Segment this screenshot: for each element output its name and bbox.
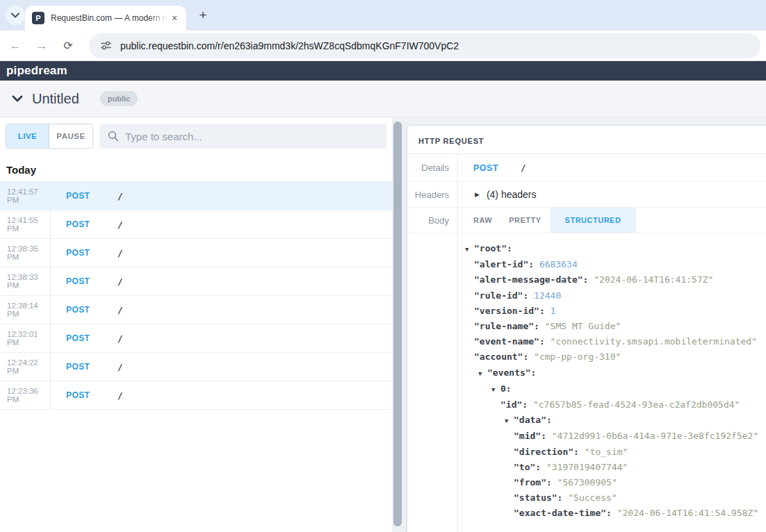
headers-summary[interactable]: (4) headers <box>487 189 537 200</box>
request-method: POST <box>66 210 98 238</box>
request-row[interactable]: 12:38:33 PMPOST/ <box>0 267 392 296</box>
request-rows: 12:41:57 PMPOST/12:41:55 PMPOST/12:38:35… <box>0 181 392 410</box>
request-row[interactable]: 12:38:35 PMPOST/ <box>0 239 392 267</box>
structured-json-tree: ▼"root":"alert-id": 6683634"alert-messag… <box>458 233 766 532</box>
tree-value: "to_sim" <box>579 447 628 457</box>
body-tab-structured[interactable]: STRUCTURED <box>550 208 637 233</box>
tree-node: "id": "c7657b85-fead-4524-93ea-c2af2db00… <box>465 397 766 413</box>
request-method: POST <box>66 182 98 210</box>
request-path: / <box>117 267 123 295</box>
request-time: 12:38:33 PM <box>0 267 51 295</box>
tree-value: "3197019407744" <box>541 462 628 472</box>
tree-gutter <box>407 233 458 532</box>
request-time: 12:23:36 PM <box>0 381 51 409</box>
tree-value: 6683634 <box>534 259 578 269</box>
tree-key: "to": <box>514 462 541 472</box>
request-time: 12:38:35 PM <box>0 239 51 267</box>
request-row[interactable]: 12:41:57 PMPOST/ <box>0 182 392 210</box>
site-settings-icon[interactable] <box>100 40 112 51</box>
request-list-panel: LIVE PAUSE Today 12:41:57 PMPOST/12:41:5… <box>0 117 393 532</box>
tree-node[interactable]: ▼"events": <box>465 365 766 381</box>
live-button[interactable]: LIVE <box>6 124 49 148</box>
tree-key: "rule-name": <box>474 321 539 331</box>
tree-key: "event-name": <box>474 336 545 347</box>
request-method: POST <box>66 353 98 381</box>
tab-close-icon[interactable]: ✕ <box>168 12 181 24</box>
request-time: 12:41:57 PM <box>0 182 51 210</box>
request-method: POST <box>66 296 98 324</box>
tree-key: "rule-id": <box>474 290 528 301</box>
headers-row: Headers ▶ (4) headers <box>407 182 766 208</box>
body-tab-raw[interactable]: RAW <box>465 208 500 233</box>
request-path: / <box>117 381 123 409</box>
app-header: pipedream <box>0 61 766 81</box>
browser-tab[interactable]: P RequestBin.com — A modern re ✕ <box>25 6 186 31</box>
headers-label: Headers <box>407 182 458 207</box>
request-path: / <box>117 296 123 324</box>
pipedream-logo: pipedream <box>6 64 67 78</box>
tab-title: RequestBin.com — A modern re <box>51 13 168 23</box>
back-icon[interactable]: ← <box>4 35 26 57</box>
public-badge: public <box>100 91 138 106</box>
bin-title-bar: Untitled public <box>0 81 766 117</box>
request-row[interactable]: 12:41:55 PMPOST/ <box>0 210 392 239</box>
live-pause-toggle: LIVE PAUSE <box>6 124 93 149</box>
tree-node[interactable]: ▼"root": <box>465 241 766 257</box>
headers-expand-icon[interactable]: ▶ <box>475 191 480 198</box>
tree-node: "account": "cmp-pp-org-310" <box>465 349 766 365</box>
pause-button[interactable]: PAUSE <box>49 124 92 148</box>
request-time: 12:24:22 PM <box>0 353 51 381</box>
tree-key: "events": <box>487 367 536 378</box>
request-method: POST <box>66 267 98 295</box>
tree-key: "direction": <box>514 447 579 457</box>
request-method: POST <box>66 239 98 267</box>
http-request-panel: HTTP REQUEST Details POST / Headers ▶ (4… <box>407 125 766 532</box>
panel-scrollbar[interactable] <box>393 122 402 526</box>
body-view-tabs: RAWPRETTYSTRUCTURED <box>458 208 766 233</box>
tab-search-chevron-button[interactable] <box>6 6 25 25</box>
request-time: 12:38:14 PM <box>0 296 51 324</box>
browser-toolbar: ← → ⟳ public.requestbin.com/r/en263ia9mm… <box>0 31 766 61</box>
collapse-arrow-icon[interactable]: ▼ <box>465 242 474 257</box>
bin-collapse-button[interactable] <box>10 91 25 106</box>
request-time: 12:41:55 PM <box>0 210 51 238</box>
details-row: Details POST / <box>407 154 766 182</box>
tree-value: "c7657b85-fead-4524-93ea-c2af2db005d4" <box>528 399 740 410</box>
url-text: public.requestbin.com/r/en263ia9mmd3k/2h… <box>120 40 459 51</box>
body-tree-row: ▼"root":"alert-id": 6683634"alert-messag… <box>407 233 766 532</box>
collapse-arrow-icon[interactable]: ▼ <box>505 413 514 429</box>
details-label: Details <box>407 154 458 181</box>
tree-value: "cmp-pp-org-310" <box>528 351 621 362</box>
tree-node: "rule-name": "SMS MT Guide" <box>465 319 766 334</box>
tree-key: "status": <box>514 492 562 503</box>
tree-node: "alert-message-date": "2024-06-14T16:41:… <box>465 272 766 288</box>
tree-node: "rule-id": 12440 <box>465 288 766 304</box>
new-tab-button[interactable]: + <box>195 7 211 24</box>
request-row[interactable]: 12:38:14 PMPOST/ <box>0 296 392 324</box>
request-path: / <box>117 239 123 267</box>
body-tab-pretty[interactable]: PRETTY <box>500 208 549 233</box>
forward-icon[interactable]: → <box>31 35 53 57</box>
request-row[interactable]: 12:24:22 PMPOST/ <box>0 353 392 381</box>
tree-node[interactable]: ▼0: <box>465 381 766 397</box>
collapse-arrow-icon[interactable]: ▼ <box>478 366 487 381</box>
request-row[interactable]: 12:32:01 PMPOST/ <box>0 324 392 353</box>
tree-value: 1 <box>545 306 556 316</box>
tree-value: "2024-06-14T16:41:57Z" <box>588 274 713 285</box>
tree-node[interactable]: ▼"data": <box>465 413 766 429</box>
search-input[interactable] <box>125 131 378 142</box>
browser-tab-bar: P RequestBin.com — A modern re ✕ + <box>0 0 766 31</box>
main-content: LIVE PAUSE Today 12:41:57 PMPOST/12:41:5… <box>0 117 766 532</box>
tree-node: "to": "3197019407744" <box>465 460 766 475</box>
tree-value: "SMS MT Guide" <box>539 321 621 331</box>
http-request-title: HTTP REQUEST <box>407 126 766 154</box>
tree-key: "id": <box>500 399 528 410</box>
request-row[interactable]: 12:23:36 PMPOST/ <box>0 381 392 410</box>
reload-icon[interactable]: ⟳ <box>57 35 79 57</box>
address-bar[interactable]: public.requestbin.com/r/en263ia9mmd3k/2h… <box>89 33 760 58</box>
search-box[interactable] <box>99 124 386 149</box>
chevron-down-icon <box>11 13 19 18</box>
collapse-arrow-icon[interactable]: ▼ <box>491 382 500 397</box>
tree-node: "status": "Success" <box>465 490 766 506</box>
tree-key: "alert-id": <box>474 259 534 269</box>
